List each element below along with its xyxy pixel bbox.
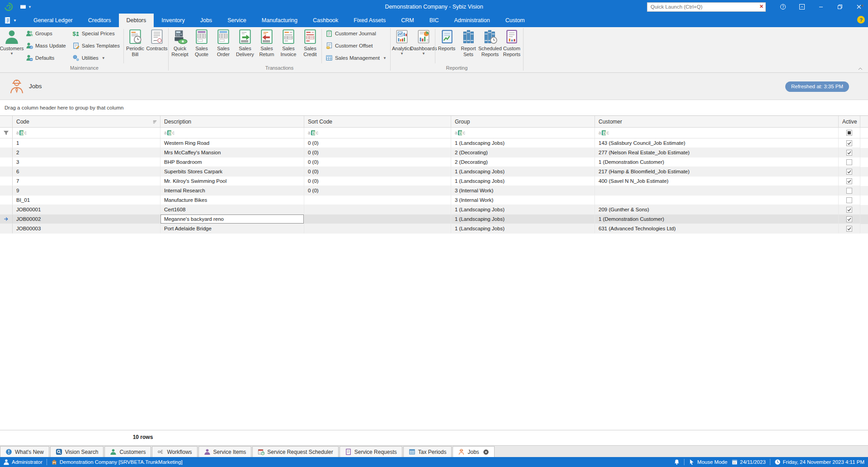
ribbon-button-contracts[interactable]: Contracts — [146, 28, 168, 64]
ribbon-button-dashboards[interactable]: Dashboards▼ — [413, 28, 434, 64]
active-checkbox[interactable] — [846, 169, 852, 175]
ribbon-tab-administration[interactable]: Administration — [447, 14, 498, 27]
column-header-active[interactable]: Active — [839, 116, 860, 127]
filter-cell-group[interactable]: aBc — [451, 128, 595, 138]
table-row-job00002[interactable]: JOB00002Meganne's backyard reno1 (Landsc… — [0, 214, 868, 224]
ribbon-button-scheduled-reports[interactable]: Scheduled Reports — [479, 28, 501, 64]
ribbon-tab-fixed-assets[interactable]: Fixed Assets — [346, 14, 393, 27]
table-row-6[interactable]: 6Superbits Stores Carpark0 (0)1 (Landsca… — [0, 167, 868, 176]
ribbon-button-defaults[interactable]: Defaults — [26, 54, 66, 62]
column-header-group[interactable]: Group — [451, 116, 595, 127]
active-checkbox[interactable] — [846, 150, 852, 156]
status-item[interactable] — [674, 459, 680, 465]
active-checkbox[interactable] — [846, 159, 852, 165]
status-item-24-11-2023[interactable]: 24/11/2023 — [731, 459, 766, 465]
ribbon-button-reports[interactable]: Reports — [436, 28, 458, 64]
quick-launch-clear-icon[interactable]: ✕ — [760, 4, 764, 10]
status-item-friday-24-november-2023-4-11-pm[interactable]: Friday, 24 November 2023 4:11 PM — [774, 459, 864, 465]
filter-cell-customer[interactable]: aBc — [595, 128, 839, 138]
tab-service-items[interactable]: Service Items — [198, 446, 252, 457]
ribbon-button-quick-receipt[interactable]: Quick Receipt — [169, 28, 191, 64]
table-row-job00003[interactable]: JOB00003Port Adelaide Bridge1 (Landscapi… — [0, 224, 868, 234]
active-checkbox[interactable] — [846, 226, 852, 232]
ribbon-button-periodic-bill[interactable]: Periodic Bill — [124, 28, 146, 64]
ribbon-button-utilities[interactable]: Utilities▼ — [72, 54, 120, 62]
ribbon-button-mass-update[interactable]: Mass Update — [26, 42, 66, 49]
tab-jobs[interactable]: Jobs — [453, 446, 494, 457]
ribbon-button-sales-return[interactable]: Sales Return — [256, 28, 278, 64]
ribbon-button-sales-order[interactable]: Sales Order — [212, 28, 234, 64]
ribbon-tab-bic[interactable]: BIC — [422, 14, 447, 27]
ribbon-tab-jobs[interactable]: Jobs — [193, 14, 220, 27]
ribbon-button-sales-credit[interactable]: Sales Credit — [299, 28, 321, 64]
ribbon-button-sales-templates[interactable]: Sales Templates — [72, 42, 120, 49]
column-header-description[interactable]: Description — [160, 116, 304, 127]
filter-cell-code[interactable]: aBc — [13, 128, 160, 138]
group-by-panel[interactable]: Drag a column header here to group by th… — [0, 100, 868, 115]
filter-cell-active[interactable] — [839, 128, 860, 138]
minimize-button[interactable] — [817, 3, 825, 10]
ribbon-button-sales-delivery[interactable]: Sales Delivery — [234, 28, 256, 64]
table-row-job00001[interactable]: JOB00001Cert16081 (Landscaping Jobs)209 … — [0, 205, 868, 214]
status-item-demonstration-company-srvbeta-trunkmarketing[interactable]: Demonstration Company [SRVBETA.TrunkMark… — [51, 459, 183, 465]
ribbon-button-custom-reports[interactable]: Custom Reports — [501, 28, 523, 64]
ribbon-button-sales-invoice[interactable]: Sales Invoice — [278, 28, 299, 64]
ribbon-button-groups[interactable]: Groups — [26, 30, 66, 37]
ribbon-button-analytics[interactable]: Analytics▼ — [391, 28, 413, 64]
ribbon-button-sales-management[interactable]: Sales Management▼ — [326, 54, 387, 62]
ribbon-display-options-button[interactable] — [798, 3, 806, 10]
help-button[interactable] — [779, 3, 787, 10]
active-checkbox[interactable] — [846, 197, 852, 203]
ribbon-tab-service[interactable]: Service — [220, 14, 254, 27]
tab-service-request-scheduler[interactable]: Service Request Scheduler — [252, 446, 338, 457]
ribbon-button-customer-offset[interactable]: Customer Offset — [326, 42, 387, 49]
ribbon-tab-crm[interactable]: CRM — [393, 14, 421, 27]
ribbon-button-sales-quote[interactable]: Sales Quote — [191, 28, 212, 64]
filter-cell-description[interactable]: aBc — [160, 128, 304, 138]
window-menu-icon[interactable] — [19, 3, 27, 10]
status-item-administrator[interactable]: Administrator — [3, 459, 42, 465]
column-header-customer[interactable]: Customer — [595, 116, 839, 127]
status-item-mouse-mode[interactable]: Mouse Mode — [689, 459, 727, 465]
tab-service-requests[interactable]: Service Requests — [340, 446, 402, 457]
ribbon-tab-custom[interactable]: Custom — [498, 14, 533, 27]
active-checkbox[interactable] — [846, 216, 852, 222]
close-tab-icon[interactable] — [483, 449, 489, 455]
help-bubble-icon[interactable]: ? — [857, 16, 865, 24]
ribbon-button-customer-journal[interactable]: Customer Journal — [326, 30, 387, 37]
tab-overflow-icon[interactable]: ▼ — [860, 4, 864, 8]
table-row-7[interactable]: 7Mr. Kilroy's Swimming Pool0 (0)1 (Lands… — [0, 176, 868, 186]
quick-access-caret-icon[interactable]: ▼ — [28, 5, 32, 9]
table-row-bi-01[interactable]: BI_01Manufacture Bikes3 (Internal Work) — [0, 195, 868, 205]
tab-customers[interactable]: Customers — [104, 446, 151, 457]
active-checkbox[interactable] — [846, 178, 852, 184]
table-row-9[interactable]: 9Internal Research0 (0)3 (Internal Work) — [0, 186, 868, 195]
quick-launch-input[interactable] — [647, 2, 766, 12]
ribbon-button-report-sets[interactable]: Report Sets — [458, 28, 479, 64]
active-checkbox[interactable] — [846, 188, 852, 194]
application-menu-button[interactable]: ▼ — [0, 14, 20, 27]
column-header-sort-code[interactable]: Sort Code — [304, 116, 451, 127]
tab-what-s-new[interactable]: What's New — [0, 446, 49, 457]
table-row-2[interactable]: 2Mrs McCaffey's Mansion0 (0)2 (Decoratin… — [0, 148, 868, 157]
ribbon-collapse-icon[interactable] — [857, 67, 863, 72]
tab-tax-periods[interactable]: Tax Periods — [403, 446, 452, 457]
active-checkbox[interactable] — [846, 140, 852, 146]
ribbon-tab-inventory[interactable]: Inventory — [154, 14, 192, 27]
restore-button[interactable] — [836, 3, 844, 10]
ribbon-tab-cashbook[interactable]: Cashbook — [305, 14, 346, 27]
ribbon-tab-debtors[interactable]: Debtors — [119, 14, 154, 27]
table-row-3[interactable]: 3BHP Boardroom0 (0)2 (Decorating)1 (Demo… — [0, 157, 868, 167]
column-header-code[interactable]: Code — [13, 116, 160, 127]
ribbon-tab-creditors[interactable]: Creditors — [80, 14, 119, 27]
tab-vision-search[interactable]: Vision Search — [50, 446, 104, 457]
ribbon-button-customers[interactable]: Customers▼ — [1, 28, 23, 64]
active-checkbox[interactable] — [846, 207, 852, 213]
ribbon-tab-general-ledger[interactable]: General Ledger — [26, 14, 80, 27]
ribbon-tab-manufacturing[interactable]: Manufacturing — [254, 14, 305, 27]
filter-cell-sort-code[interactable]: aBc — [304, 128, 451, 138]
table-row-1[interactable]: 1Western Ring Road0 (0)1 (Landscaping Jo… — [0, 138, 868, 148]
ribbon-button-special-prices[interactable]: $Special Prices — [72, 30, 120, 37]
tab-workflows[interactable]: Workflows — [152, 446, 197, 457]
filter-checkbox-indeterminate[interactable] — [846, 130, 852, 136]
